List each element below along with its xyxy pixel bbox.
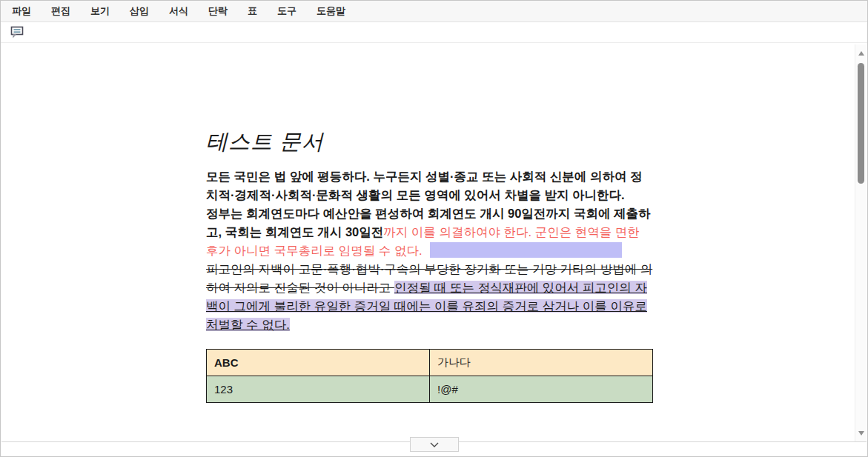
table-data-row: 123 !@# — [207, 376, 653, 403]
vertical-scrollbar[interactable] — [855, 44, 867, 441]
menu-item-insert[interactable]: 삽입 — [130, 4, 149, 18]
menu-item-format[interactable]: 서식 — [169, 4, 188, 18]
toolbar — [1, 22, 867, 43]
app-window: 파일 편집 보기 삽입 서식 단락 표 도구 도움말 테스트 문서 모든 국민은… — [0, 0, 868, 457]
menu-item-help[interactable]: 도움말 — [317, 4, 345, 18]
comment-icon — [10, 26, 24, 39]
paragraph-equality[interactable]: 모든 국민은 법 앞에 평등하다. 누구든지 성별·종교 또는 사회적 신분에 … — [206, 167, 654, 204]
scrollbar-up-arrow-icon[interactable] — [858, 51, 864, 56]
table-header-cell-ganada[interactable]: 가나다 — [430, 350, 653, 376]
scrollbar-down-arrow-icon[interactable] — [858, 431, 864, 436]
selection-highlight-block[interactable] — [430, 242, 622, 258]
menu-item-paragraph[interactable]: 단락 — [208, 4, 228, 18]
comment-button[interactable] — [9, 24, 26, 40]
menu-item-tools[interactable]: 도구 — [277, 4, 296, 18]
document-title[interactable]: 테스트 문서 — [206, 127, 654, 156]
table-cell-symbols[interactable]: !@# — [430, 376, 653, 403]
table-header-row: ABC 가나다 — [207, 350, 653, 376]
paragraph-budget[interactable]: 정부는 회계연도마다 예산안을 편성하여 회계연도 개시 90일전까지 국회에 … — [206, 204, 654, 260]
menu-bar: 파일 편집 보기 삽입 서식 단락 표 도구 도움말 — [1, 1, 867, 22]
table-header-cell-abc[interactable]: ABC — [207, 350, 430, 376]
document-content: 테스트 문서 모든 국민은 법 앞에 평등하다. 누구든지 성별·종교 또는 사… — [206, 127, 654, 403]
chevron-down-icon — [430, 442, 439, 447]
paragraph-confession[interactable]: 피고인의 자백이 고문·폭행·협박·구속의 부당한 장기화 또는 기망 기타의 … — [206, 260, 654, 334]
scrollbar-thumb[interactable] — [858, 63, 864, 184]
collapse-panel-button[interactable] — [410, 437, 459, 452]
menu-item-file[interactable]: 파일 — [12, 4, 31, 18]
document-table: ABC 가나다 123 !@# — [206, 349, 653, 403]
table-cell-123[interactable]: 123 — [207, 376, 430, 403]
menu-item-edit[interactable]: 편집 — [51, 4, 70, 18]
menu-item-view[interactable]: 보기 — [90, 4, 110, 18]
document-area[interactable]: 테스트 문서 모든 국민은 법 앞에 평등하다. 누구든지 성별·종교 또는 사… — [1, 44, 855, 441]
menu-item-table[interactable]: 표 — [248, 4, 257, 18]
